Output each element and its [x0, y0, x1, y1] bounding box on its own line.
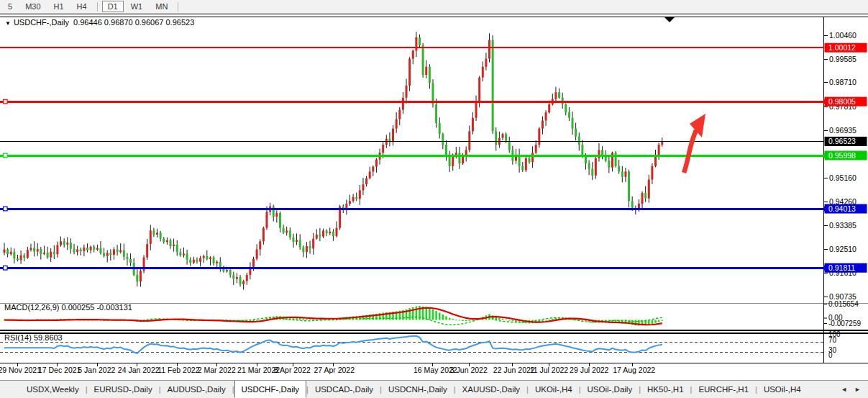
candle-body: [449, 157, 451, 166]
line-handle-left[interactable]: [4, 99, 8, 104]
candle-body: [299, 240, 301, 247]
tab-usdcnh-daily[interactable]: USDCNH-,Daily: [382, 381, 454, 398]
tab-hk50-h1[interactable]: HK50-,H1: [641, 381, 690, 398]
tab-ukoil-h4[interactable]: UKOil-,H4: [529, 381, 579, 398]
candle-body: [508, 142, 511, 150]
timeframe-button-w1[interactable]: W1: [125, 1, 149, 12]
chevron-down-icon[interactable]: ▼: [5, 20, 11, 27]
candle-body: [199, 258, 201, 261]
candle-body: [83, 248, 85, 251]
date-tick-label: 11 Jul 2022: [530, 366, 569, 374]
candle-body: [183, 253, 185, 255]
candle-body: [117, 250, 119, 253]
candle-body: [193, 260, 195, 263]
macd-histogram-bar: [505, 320, 507, 320]
macd-label: MACD(12,26,9) 0.000255 -0.003131: [4, 303, 132, 312]
macd-histogram-bar: [442, 315, 444, 320]
timeframe-button-mn[interactable]: MN: [150, 1, 173, 12]
date-tick-label: 2 Mar 2022: [198, 366, 236, 374]
tab-usoil-h4[interactable]: USOil-,H4: [757, 381, 808, 398]
rsi-label: RSI(14) 59.8603: [4, 333, 63, 342]
macd-histogram-bar: [465, 320, 467, 322]
candle-body: [86, 248, 88, 250]
timeframe-button-h1[interactable]: H1: [48, 1, 70, 12]
price-tick-label: 0.96935: [829, 126, 856, 135]
tab-usdcad-daily[interactable]: USDCAD-,Daily: [309, 381, 380, 398]
chart-canvas[interactable]: 1.004600.995850.987100.978100.969350.951…: [0, 0, 868, 380]
candle-body: [624, 171, 626, 176]
candle-body: [96, 248, 99, 250]
candle-body: [13, 252, 15, 258]
candle-body: [319, 235, 321, 237]
candle-body: [226, 270, 228, 271]
line-handle-left[interactable]: [4, 266, 8, 270]
candle-body: [332, 232, 334, 236]
timeframe-button-d1[interactable]: D1: [102, 1, 124, 12]
candle-body: [285, 230, 288, 232]
candle-body: [475, 101, 478, 117]
candle-body: [50, 252, 52, 258]
tab-scroll-left-icon[interactable]: ◄: [841, 386, 847, 393]
candle-body: [150, 230, 152, 244]
candle-body: [402, 98, 404, 110]
tab-scroll-right-icon[interactable]: ►: [854, 386, 861, 393]
macd-histogram-bar: [262, 319, 265, 320]
tab-xauusd-daily[interactable]: XAUUSD-,Daily: [456, 381, 527, 398]
tab-audusd-daily[interactable]: AUDUSD-,Daily: [161, 381, 232, 398]
date-tick-label: 3 Jun 2022: [450, 366, 488, 374]
date-tick-label: 17 Dec 2021: [38, 366, 81, 374]
macd-histogram-bar: [654, 320, 657, 323]
candle-body: [468, 131, 470, 150]
candle-body: [292, 238, 294, 242]
tab-eurusd-daily[interactable]: EURUSD-,Daily: [88, 381, 159, 398]
candle-body: [209, 258, 211, 259]
macd-histogram-bar: [542, 320, 544, 322]
candle-body: [398, 109, 401, 119]
candle-body: [472, 118, 474, 132]
candle-body: [415, 37, 417, 51]
line-handle-left[interactable]: [4, 207, 8, 211]
timeframe-button-h4[interactable]: H4: [71, 1, 93, 12]
candle-body: [518, 155, 521, 166]
line-handle-left[interactable]: [4, 153, 8, 158]
candle-body: [618, 166, 620, 171]
candle-body: [309, 246, 311, 248]
candle-body: [316, 235, 318, 239]
candle-body: [439, 123, 441, 134]
macd-histogram-bar: [455, 320, 457, 320]
macd-histogram-bar: [652, 320, 654, 325]
tab-usdchf-daily[interactable]: USDCHF-,Daily: [234, 381, 307, 398]
macd-histogram-bar: [435, 311, 437, 320]
candle-body: [554, 92, 557, 99]
candle-body: [173, 245, 175, 246]
tab-usdx-weekly[interactable]: USDX,Weekly: [20, 381, 86, 398]
candle-body: [565, 104, 567, 112]
macd-axis-label: -0.007259: [828, 320, 861, 327]
candle-body: [349, 201, 351, 204]
macd-histogram-bar: [416, 307, 418, 320]
tab-eurchf-h1[interactable]: EURCHF-,H1: [692, 381, 755, 398]
candle-body: [10, 252, 12, 254]
candle-body: [628, 171, 630, 201]
macd-histogram-bar: [312, 319, 314, 320]
chart-title: ▼USDCHF-,Daily 0.96446 0.96870 0.96067 0…: [5, 18, 194, 27]
candle-body: [329, 232, 331, 233]
toolbar-separator: [97, 2, 98, 12]
toolbar-separator: [178, 2, 178, 12]
candle-body: [229, 270, 232, 275]
price-tick-label: 1.00460: [829, 31, 856, 40]
candle-body: [429, 67, 431, 83]
timeframe-button-m30[interactable]: M30: [19, 1, 46, 12]
candle-body: [37, 249, 39, 251]
tab-usoil-daily[interactable]: USOil-,Daily: [581, 381, 639, 398]
price-badge-label: 1.00012: [828, 43, 856, 52]
candle-body: [176, 245, 178, 252]
candle-body: [236, 277, 238, 279]
candle-body: [585, 155, 587, 163]
candle-body: [262, 228, 265, 242]
timeframe-button-5[interactable]: 5: [2, 1, 18, 12]
rsi-axis-label: 70: [828, 336, 837, 344]
candle-body: [80, 250, 82, 252]
candle-body: [419, 37, 421, 45]
candle-body: [252, 259, 255, 267]
